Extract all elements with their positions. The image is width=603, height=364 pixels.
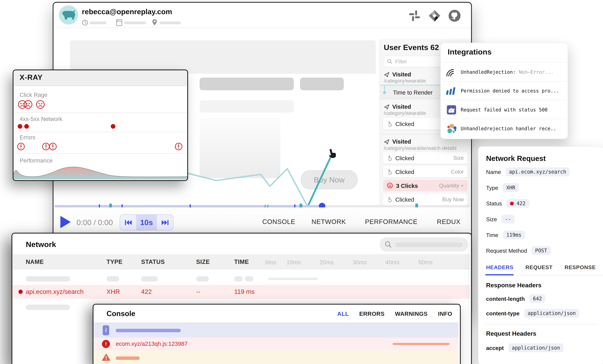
size-value: -- (501, 215, 514, 223)
jira-icon[interactable] (429, 10, 441, 22)
waterfall-tick: 30ms (353, 259, 367, 265)
request-detail-tabs: HEADERS REQUEST RESPONSE (486, 264, 596, 270)
network-search[interactable] (380, 237, 468, 252)
elastic-icon (446, 123, 457, 134)
content-type-value: application/json (524, 309, 579, 318)
col-type[interactable]: TYPE (106, 259, 123, 265)
click-hand-icon (387, 197, 392, 202)
console-error-row[interactable]: ! ecom.xyz/a213qh.js:123987 (93, 338, 458, 350)
warning-message-skeleton (116, 356, 140, 360)
github-icon[interactable] (448, 9, 461, 22)
time-label: Time (486, 232, 498, 238)
method-label: Request Method (486, 248, 527, 254)
integration-row-sentry[interactable]: UnhandledRejection: Non–Error... (441, 62, 568, 81)
user-email: rebecca@openreplay.com (82, 8, 172, 16)
console-tab-all[interactable]: ALL (337, 310, 349, 317)
network-error-dot[interactable] (18, 124, 22, 129)
failed-request-row[interactable]: api.ecom.xyz/search XHR 422 -- 119 ms (12, 285, 469, 299)
event-target: Buy Now (442, 196, 464, 202)
status-error-dot (510, 201, 514, 205)
event-visited[interactable]: Visited (392, 71, 411, 78)
divider (485, 324, 596, 325)
field-status: Status 422 (486, 199, 529, 208)
event-path: /category/wearable/watch-details (384, 145, 457, 151)
tab-network[interactable]: NETWORK (312, 218, 346, 226)
col-name[interactable]: NAME (26, 259, 44, 265)
timeline-played-track (55, 205, 322, 208)
integration-row-datadog[interactable]: Request failed with status 500 (441, 100, 568, 119)
console-warning-row[interactable] (93, 350, 458, 364)
skip-forward-icon (161, 220, 169, 225)
name-value: api.ecom.xyz/search (506, 167, 570, 176)
divider (13, 132, 187, 132)
session-duration-skeleton (90, 22, 106, 24)
network-error-dot[interactable] (24, 124, 29, 129)
play-button[interactable] (60, 216, 71, 228)
user-events-title-text: User Events (384, 43, 428, 52)
name-label: Name (486, 169, 501, 175)
event-clicked-card[interactable]: Clicked Color (383, 166, 468, 177)
error-icon[interactable] (17, 143, 25, 151)
visited-icon (384, 104, 390, 110)
sentry-icon (446, 67, 457, 77)
angry-face-icon[interactable] (36, 100, 45, 109)
location-skeleton (160, 22, 181, 24)
col-size[interactable]: SIZE (196, 259, 210, 265)
tab-headers[interactable]: HEADERS (486, 264, 513, 270)
console-info-row[interactable]: i (93, 323, 458, 338)
request-name: api.ecom.xyz/search (26, 288, 84, 296)
error-icon[interactable] (49, 143, 57, 151)
console-tab-warnings[interactable]: WARNINGS (395, 310, 428, 317)
tab-redux[interactable]: REDUX (437, 218, 461, 226)
event-rage-click-card[interactable]: 3 Clicks Quantity + (383, 180, 468, 191)
rhino-icon (59, 5, 78, 24)
integration-row-elastic[interactable]: Unhandledrejection handler rece.. (441, 119, 568, 138)
tab-console[interactable]: CONSOLE (262, 218, 295, 226)
error-detail-skeleton (393, 343, 450, 345)
table-row-skeleton[interactable] (12, 273, 469, 285)
content-type-label: content-type (486, 310, 520, 316)
tab-request[interactable]: REQUEST (525, 264, 553, 270)
status-label: Status (486, 200, 502, 206)
network-error-dot[interactable] (111, 124, 116, 129)
size-label: Size (486, 216, 497, 222)
col-status[interactable]: STATUS (141, 259, 165, 265)
event-visited[interactable]: Visited (392, 138, 411, 145)
angry-face-icon (387, 182, 393, 188)
field-name: Name api.ecom.xyz/search (486, 167, 570, 176)
event-clicked-card[interactable]: Clicked Buy Now (383, 194, 468, 205)
integration-row-bugsnag[interactable]: Permission denied to access pro... (441, 81, 568, 100)
active-tab-underline (485, 274, 514, 275)
slack-icon[interactable] (408, 10, 421, 22)
browser-icon (116, 19, 122, 26)
xray-title: X-RAY (20, 73, 43, 82)
console-tab-info[interactable]: INFO (438, 310, 452, 317)
col-time[interactable]: TIME (234, 259, 249, 265)
waterfall-tick: 20ms (320, 259, 334, 265)
errors-label: Errors (20, 134, 35, 141)
error-icon[interactable] (174, 143, 183, 151)
event-visited[interactable]: Visited (392, 103, 411, 110)
content-length-value: 642 (530, 294, 545, 303)
network-request-panel: Network Request Name api.ecom.xyz/search… (478, 146, 603, 364)
event-clicked-card[interactable]: Clicked Size (383, 152, 468, 164)
angry-face-icon[interactable] (23, 100, 33, 109)
skip-forward-button[interactable] (157, 215, 173, 230)
tab-performance[interactable]: PERFORMANCE (365, 218, 417, 226)
console-tabs: ALL ERRORS WARNINGS INFO (337, 305, 452, 323)
event-clicked-label: Clicked (395, 168, 414, 175)
console-tab-errors[interactable]: ERRORS (359, 310, 385, 317)
search-input-skeleton (395, 242, 463, 247)
event-path: /category/wearable (384, 78, 426, 84)
error-icon: ! (102, 340, 110, 348)
console-title: Console (106, 310, 135, 318)
request-time: 119 ms (234, 288, 255, 296)
event-clicked-label: Clicked (395, 154, 414, 161)
replay-timeline[interactable] (55, 205, 469, 208)
performance-label: Performance (20, 157, 53, 164)
tab-response[interactable]: RESPONSE (565, 264, 596, 270)
skip-back-button[interactable] (120, 215, 136, 230)
console-panel: Console ALL ERRORS WARNINGS INFO i ! eco… (93, 304, 461, 364)
integration-message: Request failed with status 500 (461, 107, 548, 112)
event-clicked-label: Clicked (395, 121, 414, 127)
